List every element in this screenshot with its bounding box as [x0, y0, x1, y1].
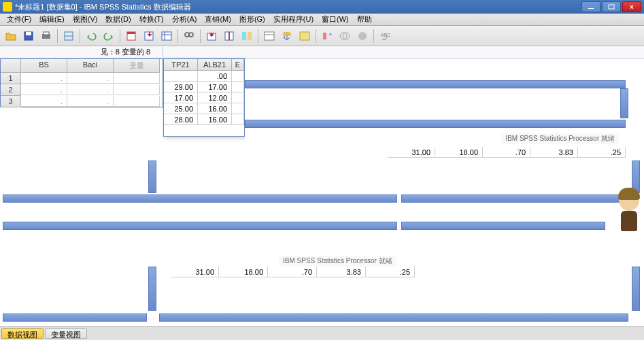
- tab-variable-view[interactable]: 变量视图: [45, 328, 87, 339]
- menu-view[interactable]: 视图(V): [69, 14, 102, 24]
- svg-rect-1: [609, 5, 614, 9]
- grid-area: BS Baci 变量 1.. 2.. 3.. TP21 ALB21 E .00 …: [0, 58, 644, 326]
- tab-data-view[interactable]: 数据视图: [1, 328, 44, 339]
- close-button[interactable]: ×: [622, 1, 641, 12]
- menu-marketing[interactable]: 直销(M): [201, 14, 235, 24]
- svg-rect-3: [26, 32, 31, 35]
- col-var[interactable]: 变量: [114, 59, 160, 73]
- row-3[interactable]: 3: [1, 96, 21, 107]
- scrollbar-h[interactable]: [3, 194, 397, 203]
- scrollbar-h[interactable]: [245, 120, 626, 128]
- sets-icon[interactable]: A: [319, 28, 335, 44]
- maximize-button[interactable]: [602, 1, 621, 12]
- info-row: 见：8 变量的 8: [0, 46, 644, 58]
- svg-rect-27: [323, 33, 326, 39]
- insert-var-icon[interactable]: [221, 28, 237, 44]
- visible-vars-label: 见：8 变量的 8: [88, 47, 163, 57]
- svg-rect-21: [248, 32, 252, 40]
- svg-point-31: [358, 32, 367, 40]
- svg-rect-5: [44, 32, 49, 35]
- svg-point-15: [189, 33, 193, 37]
- scrollbar-h[interactable]: [245, 80, 626, 88]
- svg-rect-20: [242, 32, 246, 40]
- menu-data[interactable]: 数据(D): [101, 14, 135, 24]
- svg-rect-0: [588, 8, 594, 9]
- svg-point-24: [283, 32, 287, 36]
- undo-icon[interactable]: [83, 28, 99, 44]
- menu-edit[interactable]: 编辑(E): [35, 14, 69, 24]
- recall-icon[interactable]: [61, 28, 77, 44]
- svg-rect-26: [300, 32, 309, 40]
- window-title: *未标题1 [数据集0] - IBM SPSS Statistics 数据编辑器: [15, 2, 581, 12]
- menu-window[interactable]: 窗口(W): [318, 14, 353, 24]
- svg-point-14: [185, 33, 189, 37]
- svg-rect-9: [127, 32, 135, 34]
- mid-data-row: 31.00 18.00 .70 3.83 .25: [388, 147, 632, 160]
- scrollbar-h[interactable]: [3, 313, 147, 322]
- toolbar: ✱ A ABC: [0, 26, 644, 46]
- status-text: IBM SPSS Statistics Processor 就绪: [501, 133, 619, 144]
- col-bs[interactable]: BS: [21, 59, 67, 73]
- col-baci[interactable]: Baci: [67, 59, 114, 73]
- assistant-avatar[interactable]: [615, 190, 643, 252]
- menu-transform[interactable]: 转换(T): [135, 14, 168, 24]
- status-text-2: IBM SPSS Statistics Processor 就绪: [279, 256, 396, 267]
- open-icon[interactable]: [3, 28, 19, 44]
- scrollbar-v[interactable]: [148, 160, 156, 193]
- app-icon: [3, 2, 12, 12]
- scrollbar-v[interactable]: [632, 267, 640, 311]
- scrollbar-v[interactable]: [148, 267, 156, 311]
- svg-text:A: A: [329, 32, 332, 36]
- row-2[interactable]: 2: [1, 84, 21, 96]
- split-icon[interactable]: [239, 28, 255, 44]
- weight-icon[interactable]: [261, 28, 277, 44]
- svg-rect-11: [162, 32, 171, 40]
- popup-grid[interactable]: TP21 ALB21 E .00 29.0017.00 17.0012.00 2…: [163, 58, 245, 137]
- redo-icon[interactable]: [101, 28, 117, 44]
- footer-tabs: 数据视图 变量视图: [0, 326, 644, 340]
- row-1[interactable]: 1: [1, 73, 21, 84]
- menubar: 文件(F) 编辑(E) 视图(V) 数据(D) 转换(T) 分析(A) 直销(M…: [0, 14, 644, 26]
- circle1-icon[interactable]: [337, 28, 353, 44]
- menu-file[interactable]: 文件(F): [3, 14, 35, 24]
- col-alb21[interactable]: ALB21: [198, 59, 232, 71]
- menu-help[interactable]: 帮助: [353, 14, 376, 24]
- col-tp21[interactable]: TP21: [164, 59, 198, 71]
- menu-analyze[interactable]: 分析(A): [168, 14, 201, 24]
- bg-grid-1[interactable]: IBM SPSS Statistics Processor 就绪: [245, 58, 632, 147]
- svg-point-25: [287, 32, 291, 36]
- scrollbar-v[interactable]: [620, 88, 628, 118]
- spell-icon[interactable]: ABC: [377, 28, 393, 44]
- goto-var-icon[interactable]: [141, 28, 157, 44]
- scrollbar-h[interactable]: [159, 313, 628, 322]
- menu-graphs[interactable]: 图形(G): [235, 14, 269, 24]
- col-e[interactable]: E: [232, 59, 244, 71]
- titlebar: *未标题1 [数据集0] - IBM SPSS Statistics 数据编辑器…: [0, 0, 644, 14]
- lower-data-row: 31.00 18.00 .70 3.83 .25: [170, 267, 428, 280]
- scrollbar-h[interactable]: [401, 194, 632, 203]
- save-icon[interactable]: [20, 28, 37, 44]
- find-icon[interactable]: [181, 28, 197, 44]
- variables-icon[interactable]: [158, 28, 175, 44]
- svg-rect-22: [265, 32, 274, 40]
- menu-utilities[interactable]: 实用程序(U): [269, 14, 318, 24]
- minimize-button[interactable]: [581, 1, 600, 12]
- left-grid[interactable]: BS Baci 变量 1.. 2.. 3..: [0, 58, 163, 107]
- scrollbar-h[interactable]: [3, 222, 397, 230]
- print-icon[interactable]: [38, 28, 54, 44]
- svg-text:✱: ✱: [209, 32, 214, 38]
- select-icon[interactable]: [279, 28, 295, 44]
- insert-case-icon[interactable]: ✱: [203, 28, 220, 44]
- svg-text:ABC: ABC: [381, 33, 390, 37]
- scrollbar-h[interactable]: [401, 222, 605, 230]
- value-labels-icon[interactable]: [296, 28, 313, 44]
- circle2-icon[interactable]: [354, 28, 371, 44]
- goto-case-icon[interactable]: [123, 28, 139, 44]
